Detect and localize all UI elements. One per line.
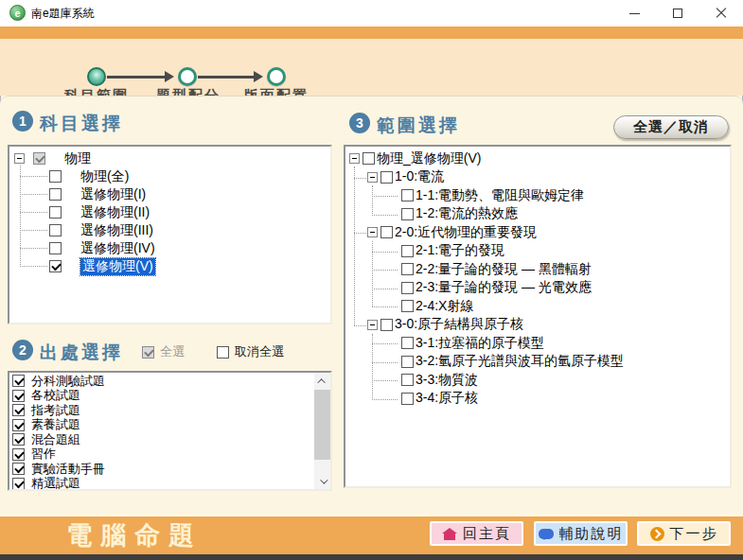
expand-toggle-icon[interactable] [367,227,378,237]
next-step-button[interactable]: 下一步 [637,521,731,546]
tree-node-label: 3-3:物質波 [416,372,478,389]
scroll-up-icon[interactable] [314,373,330,389]
tree-node[interactable]: 2-4:X射線 [345,297,730,316]
speech-bubble-icon [539,529,554,539]
minimize-button[interactable] [615,0,653,26]
node-checkbox[interactable] [401,393,414,405]
tree-node[interactable]: 2-1:電子的發現 [345,242,730,261]
node-checkbox[interactable] [49,206,62,219]
tree-node[interactable]: 1-2:電流的熱效應 [345,205,730,224]
source-header-controls: 全選 取消全選 [142,343,284,360]
close-button[interactable] [702,0,740,26]
node-checkbox[interactable] [380,319,393,331]
tree-node[interactable]: 3-0:原子結構與原子核 [345,316,730,335]
source-list-item[interactable]: 各校試題 [12,389,330,404]
node-checkbox[interactable] [401,245,414,257]
item-checkbox[interactable] [12,404,25,416]
tree-node-label: 選修物理(II) [80,204,150,221]
tree-node-label: 物理 [64,150,91,167]
app-icon: e [9,5,26,21]
accent-stripe [0,26,743,39]
arrow-circle-icon [650,527,664,541]
node-checkbox[interactable] [49,170,62,183]
tree-node[interactable]: 3-1:拉塞福的原子模型 [345,334,730,353]
source-list-item[interactable]: 分科測驗試題 [12,374,330,389]
node-checkbox[interactable] [49,188,62,201]
tree-node[interactable]: 選修物理(III) [9,221,330,239]
node-checkbox[interactable] [49,242,62,254]
maximize-button[interactable] [659,0,697,26]
node-checkbox[interactable] [49,260,62,272]
source-scrollbar[interactable] [314,373,330,489]
tree-node[interactable]: 物理_選修物理(V) [345,149,730,168]
node-checkbox[interactable] [49,224,62,236]
expand-toggle-icon[interactable] [14,153,25,164]
tree-node[interactable]: 3-2:氫原子光譜與波耳的氫原子模型 [345,353,730,372]
section-3-title: 範圍選擇 [377,114,460,138]
expand-toggle-icon[interactable] [367,172,378,183]
select-all-checkbox[interactable] [142,346,154,359]
deselect-all-checkbox[interactable] [217,346,229,359]
tree-node[interactable]: 物理(全) [9,167,330,185]
source-list-item[interactable]: 素養試題 [12,418,330,433]
title-bar: e 南e題庫系統 [0,0,743,26]
tree-node-label: 1-1:電動勢、電阻與歐姆定律 [416,187,584,204]
node-checkbox[interactable] [401,208,414,220]
node-checkbox[interactable] [401,189,414,201]
tree-node[interactable]: 選修物理(II) [9,203,330,221]
item-checkbox[interactable] [12,419,25,431]
tree-node-label: 物理(全) [80,168,129,185]
tree-node-label: 1-2:電流的熱效應 [416,205,518,222]
tree-node[interactable]: 選修物理(I) [9,185,330,203]
tree-node-label: 3-2:氫原子光譜與波耳的氫原子模型 [416,353,624,370]
node-checkbox[interactable] [401,337,414,349]
node-checkbox[interactable] [380,226,393,238]
scrollbar-thumb[interactable] [314,390,330,460]
scroll-down-icon[interactable] [314,473,330,489]
node-checkbox[interactable] [363,152,375,165]
node-checkbox[interactable] [401,356,414,368]
tree-node-label: 選修物理(IV) [80,240,155,257]
source-list: 分科測驗試題 各校試題 指考試題 素養試題 [9,373,330,489]
section-2-title: 出處選擇 [40,341,123,365]
source-list-item[interactable]: 精選試題 [12,477,330,492]
source-list-panel: 分科測驗試題 各校試題 指考試題 素養試題 [8,371,332,491]
source-list-item[interactable]: 習作 [12,447,330,463]
tree-node-label: 2-2:量子論的發現 — 黑體輻射 [416,261,592,278]
tree-node-label: 3-4:原子核 [416,390,478,407]
source-list-item[interactable]: 實驗活動手冊 [12,462,330,477]
expand-toggle-icon[interactable] [349,153,360,164]
help-button[interactable]: 輔助說明 [534,521,628,546]
item-checkbox[interactable] [12,433,25,446]
node-checkbox[interactable] [33,152,45,165]
tree-node[interactable]: 選修物理(IV) [9,239,330,257]
tree-node[interactable]: 1-1:電動勢、電阻與歐姆定律 [345,186,730,205]
item-checkbox[interactable] [12,390,25,402]
tree-node-label: 1-0:電流 [395,168,444,185]
tree-node[interactable]: 2-2:量子論的發現 — 黑體輻射 [345,260,730,279]
tree-node[interactable]: 3-4:原子核 [345,390,730,409]
expand-toggle-icon[interactable] [367,320,378,330]
item-checkbox[interactable] [12,448,25,461]
source-list-item[interactable]: 混合題組 [12,432,330,447]
item-checkbox[interactable] [12,463,25,475]
step-circle-1-active [87,67,106,86]
tree-node[interactable]: 2-0:近代物理的重要發現 [345,223,730,242]
item-checkbox[interactable] [12,375,25,387]
node-checkbox[interactable] [401,374,414,386]
tree-node[interactable]: 物理 [9,149,330,167]
tree-node[interactable]: 2-3:量子論的發現 — 光電效應 [345,279,730,298]
step-arrow-2 [198,76,255,79]
tree-node[interactable]: 1-0:電流 [345,168,730,187]
scope-tree: 物理_選修物理(V) 1-0:電流 1-1:電動勢、電阻與歐姆定律 [345,147,730,486]
source-list-item[interactable]: 指考試題 [12,403,330,418]
select-all-toggle-button[interactable]: 全選／取消 [613,115,729,139]
node-checkbox[interactable] [401,300,414,312]
tree-node[interactable]: 選修物理(V) [9,257,330,275]
node-checkbox[interactable] [401,263,414,275]
tree-node[interactable]: 3-3:物質波 [345,371,730,390]
node-checkbox[interactable] [380,171,393,184]
home-button[interactable]: 回主頁 [430,521,523,546]
item-checkbox[interactable] [12,478,25,490]
node-checkbox[interactable] [401,282,414,294]
